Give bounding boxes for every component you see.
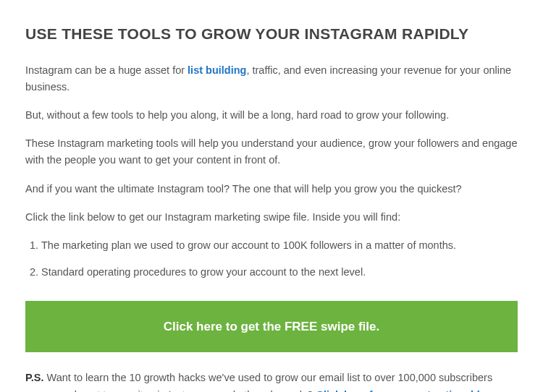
body-paragraph: But, without a few tools to help you alo… [25, 107, 518, 124]
body-paragraph: Click the link below to get our Instagra… [25, 209, 518, 226]
body-paragraph: And if you want the ultimate Instagram t… [25, 181, 518, 197]
list-building-link[interactable]: list building [188, 64, 246, 76]
text-fragment: Instagram can be a huge asset for [25, 64, 188, 76]
ps-paragraph: P.S. Want to learn the 10 growth hacks w… [25, 370, 518, 392]
body-paragraph: These Instagram marketing tools will hel… [25, 135, 518, 169]
list-item: Standard operating procedures to grow yo… [41, 264, 518, 281]
intro-paragraph: Instagram can be a huge asset for list b… [25, 62, 518, 95]
ps-prefix: P.S. [25, 372, 44, 383]
page-heading: USE THESE TOOLS TO GROW YOUR INSTAGRAM R… [25, 22, 518, 46]
list-item: The marketing plan we used to grow our a… [41, 237, 518, 254]
cta-swipe-file-button[interactable]: Click here to get the FREE swipe file. [25, 301, 518, 352]
swipe-file-list: The marketing plan we used to grow our a… [25, 237, 518, 281]
